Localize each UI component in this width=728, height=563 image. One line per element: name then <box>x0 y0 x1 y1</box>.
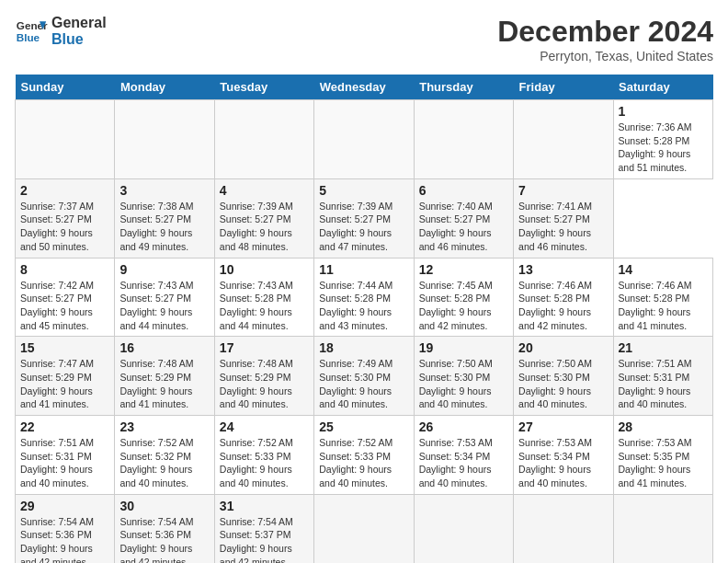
weekday-header-tuesday: Tuesday <box>214 75 313 100</box>
calendar-cell-5: 5Sunrise: 7:39 AMSunset: 5:27 PMDaylight… <box>314 178 414 258</box>
calendar-cell-19: 19Sunrise: 7:50 AMSunset: 5:30 PMDayligh… <box>414 337 513 416</box>
logo-icon: General Blue <box>15 15 48 48</box>
month-title: December 2024 <box>497 15 713 49</box>
weekday-header-saturday: Saturday <box>613 75 712 100</box>
calendar-cell-13: 13Sunrise: 7:46 AMSunset: 5:28 PMDayligh… <box>514 258 613 337</box>
calendar-cell-empty <box>314 494 414 563</box>
weekday-header-wednesday: Wednesday <box>314 75 414 100</box>
calendar-cell-17: 17Sunrise: 7:48 AMSunset: 5:29 PMDayligh… <box>214 337 313 416</box>
calendar-cell-14: 14Sunrise: 7:46 AMSunset: 5:28 PMDayligh… <box>613 258 712 337</box>
logo-general: General <box>51 15 107 31</box>
calendar-cell-empty <box>514 100 613 179</box>
calendar-body: 1Sunrise: 7:36 AMSunset: 5:28 PMDaylight… <box>16 100 713 564</box>
calendar-cell-empty <box>314 100 414 179</box>
calendar-cell-24: 24Sunrise: 7:52 AMSunset: 5:33 PMDayligh… <box>214 416 313 495</box>
calendar-cell-empty <box>514 494 613 563</box>
calendar-cell-4: 4Sunrise: 7:39 AMSunset: 5:27 PMDaylight… <box>214 178 313 258</box>
weekday-header-friday: Friday <box>514 75 613 100</box>
calendar-week-4: 15Sunrise: 7:47 AMSunset: 5:29 PMDayligh… <box>16 337 713 416</box>
weekday-header-monday: Monday <box>115 75 214 100</box>
calendar-cell-7: 7Sunrise: 7:41 AMSunset: 5:27 PMDaylight… <box>514 178 613 258</box>
calendar-cell-10: 10Sunrise: 7:43 AMSunset: 5:28 PMDayligh… <box>214 258 313 337</box>
calendar-cell-27: 27Sunrise: 7:53 AMSunset: 5:34 PMDayligh… <box>514 416 613 495</box>
location: Perryton, Texas, United States <box>497 49 713 63</box>
calendar-week-6: 29Sunrise: 7:54 AMSunset: 5:36 PMDayligh… <box>16 494 713 563</box>
calendar-cell-20: 20Sunrise: 7:50 AMSunset: 5:30 PMDayligh… <box>514 337 613 416</box>
logo: General Blue General Blue <box>15 15 107 48</box>
calendar-cell-8: 8Sunrise: 7:42 AMSunset: 5:27 PMDaylight… <box>16 258 115 337</box>
calendar-cell-6: 6Sunrise: 7:40 AMSunset: 5:27 PMDaylight… <box>414 178 513 258</box>
calendar-cell-22: 22Sunrise: 7:51 AMSunset: 5:31 PMDayligh… <box>16 416 115 495</box>
calendar-cell-empty <box>613 494 712 563</box>
calendar-week-3: 8Sunrise: 7:42 AMSunset: 5:27 PMDaylight… <box>16 258 713 337</box>
calendar-cell-23: 23Sunrise: 7:52 AMSunset: 5:32 PMDayligh… <box>115 416 214 495</box>
calendar-cell-empty <box>214 100 313 179</box>
calendar-cell-30: 30Sunrise: 7:54 AMSunset: 5:36 PMDayligh… <box>115 494 214 563</box>
svg-text:Blue: Blue <box>17 31 40 43</box>
calendar-cell-31: 31Sunrise: 7:54 AMSunset: 5:37 PMDayligh… <box>214 494 313 563</box>
calendar-cell-11: 11Sunrise: 7:44 AMSunset: 5:28 PMDayligh… <box>314 258 414 337</box>
calendar-table: SundayMondayTuesdayWednesdayThursdayFrid… <box>15 75 713 563</box>
calendar-cell-25: 25Sunrise: 7:52 AMSunset: 5:33 PMDayligh… <box>314 416 414 495</box>
title-area: December 2024 Perryton, Texas, United St… <box>497 15 713 63</box>
calendar-cell-18: 18Sunrise: 7:49 AMSunset: 5:30 PMDayligh… <box>314 337 414 416</box>
calendar-week-2: 2Sunrise: 7:37 AMSunset: 5:27 PMDaylight… <box>16 178 713 258</box>
calendar-cell-12: 12Sunrise: 7:45 AMSunset: 5:28 PMDayligh… <box>414 258 513 337</box>
calendar-cell-29: 29Sunrise: 7:54 AMSunset: 5:36 PMDayligh… <box>16 494 115 563</box>
calendar-week-5: 22Sunrise: 7:51 AMSunset: 5:31 PMDayligh… <box>16 416 713 495</box>
weekday-header-sunday: Sunday <box>16 75 115 100</box>
calendar-cell-21: 21Sunrise: 7:51 AMSunset: 5:31 PMDayligh… <box>613 337 712 416</box>
calendar-cell-1: 1Sunrise: 7:36 AMSunset: 5:28 PMDaylight… <box>613 100 712 179</box>
calendar-header-row: SundayMondayTuesdayWednesdayThursdayFrid… <box>16 75 713 100</box>
calendar-cell-2: 2Sunrise: 7:37 AMSunset: 5:27 PMDaylight… <box>16 178 115 258</box>
calendar-cell-26: 26Sunrise: 7:53 AMSunset: 5:34 PMDayligh… <box>414 416 513 495</box>
calendar-cell-9: 9Sunrise: 7:43 AMSunset: 5:27 PMDaylight… <box>115 258 214 337</box>
calendar-cell-empty <box>16 100 115 179</box>
calendar-cell-15: 15Sunrise: 7:47 AMSunset: 5:29 PMDayligh… <box>16 337 115 416</box>
calendar-cell-28: 28Sunrise: 7:53 AMSunset: 5:35 PMDayligh… <box>613 416 712 495</box>
page-header: General Blue General Blue December 2024 … <box>15 15 713 63</box>
calendar-week-1: 1Sunrise: 7:36 AMSunset: 5:28 PMDaylight… <box>16 100 713 179</box>
weekday-header-thursday: Thursday <box>414 75 513 100</box>
calendar-cell-empty <box>414 100 513 179</box>
logo-blue: Blue <box>51 31 107 48</box>
calendar-cell-empty <box>115 100 214 179</box>
calendar-cell-3: 3Sunrise: 7:38 AMSunset: 5:27 PMDaylight… <box>115 178 214 258</box>
calendar-cell-empty <box>414 494 513 563</box>
calendar-cell-16: 16Sunrise: 7:48 AMSunset: 5:29 PMDayligh… <box>115 337 214 416</box>
